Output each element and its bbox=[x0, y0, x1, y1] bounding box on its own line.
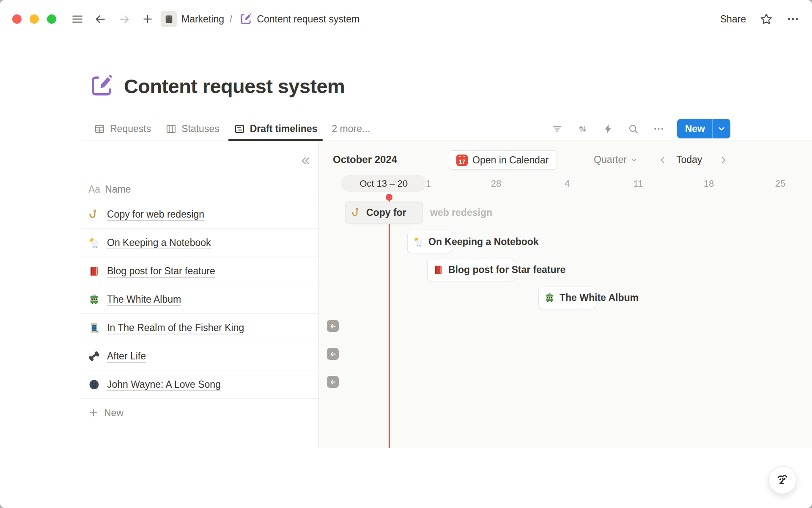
date-tick: 4 bbox=[565, 178, 570, 189]
breadcrumb-workspace-chip[interactable] bbox=[161, 11, 177, 27]
sun-rain-cloud-emoji-icon bbox=[413, 237, 424, 247]
forward-button[interactable] bbox=[118, 13, 130, 25]
next-period-icon[interactable] bbox=[719, 155, 728, 165]
timeline-zoom-select[interactable]: Quarter bbox=[594, 154, 639, 166]
new-button[interactable]: New bbox=[677, 119, 712, 138]
previous-period-icon[interactable] bbox=[658, 155, 667, 165]
filter-icon[interactable] bbox=[551, 123, 563, 135]
ai-face-icon bbox=[775, 472, 790, 488]
text-property-icon: Aa bbox=[88, 184, 100, 195]
arrow-left-icon bbox=[329, 351, 337, 358]
chevron-down-icon bbox=[630, 155, 639, 164]
automations-icon[interactable] bbox=[602, 123, 614, 135]
tab-label: 2 more... bbox=[332, 123, 370, 135]
window-titlebar: Marketing / Content request system Share bbox=[0, 0, 812, 38]
teamspace-icon bbox=[164, 14, 174, 25]
table-row[interactable]: Copy for web redesign bbox=[81, 200, 318, 229]
table-row[interactable]: The White Album bbox=[81, 285, 318, 314]
traffic-light-close[interactable] bbox=[12, 14, 22, 24]
breadcrumb: Marketing / Content request system bbox=[161, 11, 359, 27]
row-title[interactable]: The White Album bbox=[107, 294, 181, 305]
table-view-icon bbox=[94, 123, 105, 135]
timeline-bar[interactable]: The White Album bbox=[538, 287, 596, 309]
tab-statuses[interactable]: Statuses bbox=[165, 117, 219, 141]
tram-emoji-icon bbox=[88, 294, 100, 305]
hook-emoji-icon bbox=[351, 207, 362, 218]
search-icon[interactable] bbox=[628, 123, 639, 135]
timeline-bar[interactable]: On Keeping a Notebook bbox=[407, 231, 452, 253]
calendar-day: 17 bbox=[459, 158, 466, 166]
sidebar-menu-button[interactable] bbox=[71, 13, 84, 25]
new-dropdown-button[interactable] bbox=[713, 119, 730, 138]
scroll-to-bar-button[interactable] bbox=[327, 376, 339, 388]
page-icon[interactable] bbox=[89, 74, 114, 98]
arrow-right-icon bbox=[118, 13, 130, 25]
open-in-calendar-label: Open in Calendar bbox=[472, 155, 549, 166]
notion-window: Marketing / Content request system Share… bbox=[0, 0, 812, 508]
timeline-view-icon bbox=[234, 123, 245, 135]
phone-emoji-icon bbox=[88, 351, 100, 362]
page-title: Content request system bbox=[124, 75, 345, 98]
traffic-light-minimize[interactable] bbox=[30, 14, 39, 24]
tab-draft-timelines[interactable]: Draft timelines bbox=[234, 117, 318, 141]
timeline-bar[interactable]: Blog post for Star feature bbox=[427, 259, 515, 281]
tab-label: Draft timelines bbox=[250, 123, 318, 135]
row-title[interactable]: On Keeping a Notebook bbox=[107, 237, 211, 248]
add-row-button[interactable]: New bbox=[81, 399, 318, 427]
back-button[interactable] bbox=[94, 13, 107, 25]
breadcrumb-workspace[interactable]: Marketing bbox=[181, 14, 224, 25]
view-more-icon[interactable] bbox=[653, 123, 664, 135]
timeline-panel: October 2024 17 Open in Calendar Quarter… bbox=[318, 141, 812, 448]
table-row[interactable]: On Keeping a Notebook bbox=[81, 229, 318, 257]
date-tick: 28 bbox=[491, 178, 501, 189]
table-row[interactable]: After Life bbox=[81, 342, 318, 370]
timeline-bar[interactable]: Copy for bbox=[345, 202, 423, 224]
date-tick: 11 bbox=[634, 178, 643, 189]
new-page-button[interactable] bbox=[141, 13, 154, 25]
date-tick: 18 bbox=[704, 178, 714, 189]
open-in-calendar-button[interactable]: 17 Open in Calendar bbox=[448, 150, 557, 170]
tab-requests[interactable]: Requests bbox=[94, 117, 151, 141]
bar-title: On Keeping a Notebook bbox=[428, 236, 539, 248]
new-moon-face-emoji-icon bbox=[88, 379, 100, 390]
date-tick: 25 bbox=[775, 178, 785, 189]
today-button[interactable]: Today bbox=[676, 154, 702, 166]
table-row[interactable]: In The Realm of the Fisher King bbox=[81, 314, 318, 342]
column-header-name[interactable]: Aa Name bbox=[81, 179, 318, 200]
chevron-down-icon bbox=[717, 124, 726, 133]
page-edit-icon bbox=[239, 13, 252, 25]
timeline-bar-ghost-label: web redesign bbox=[430, 202, 492, 224]
sort-icon[interactable] bbox=[577, 123, 588, 135]
scroll-to-bar-button[interactable] bbox=[327, 348, 339, 360]
date-tick: 1 bbox=[426, 178, 431, 189]
row-title[interactable]: In The Realm of the Fisher King bbox=[107, 322, 244, 334]
tab-more-views[interactable]: 2 more... bbox=[332, 117, 370, 141]
table-row[interactable]: John Wayne: A Love Song bbox=[81, 370, 318, 399]
tab-label: Requests bbox=[110, 123, 151, 135]
page-header: Content request system bbox=[89, 74, 345, 98]
row-title[interactable]: After Life bbox=[107, 351, 146, 362]
plus-icon bbox=[142, 13, 154, 25]
breadcrumb-page[interactable]: Content request system bbox=[257, 14, 359, 25]
more-options-icon[interactable] bbox=[787, 13, 799, 25]
collapse-panel-icon[interactable] bbox=[299, 155, 312, 167]
tram-emoji-icon bbox=[544, 293, 555, 303]
favorite-star-icon[interactable] bbox=[760, 12, 773, 26]
traffic-light-zoom[interactable] bbox=[47, 14, 56, 24]
board-view-icon bbox=[165, 123, 177, 135]
date-range-pill[interactable]: Oct 13 – 20 bbox=[341, 175, 426, 192]
share-button[interactable]: Share bbox=[720, 14, 746, 25]
row-title[interactable]: John Wayne: A Love Song bbox=[107, 379, 221, 390]
hook-emoji-icon bbox=[88, 209, 100, 220]
bar-title: The White Album bbox=[560, 292, 639, 304]
bar-title: Copy for bbox=[366, 207, 406, 218]
row-title[interactable]: Blog post for Star feature bbox=[107, 265, 215, 277]
timeline-header-divider bbox=[319, 200, 812, 200]
row-title[interactable]: Copy for web redesign bbox=[107, 209, 204, 220]
arrow-left-icon bbox=[329, 323, 337, 330]
notion-ai-button[interactable] bbox=[768, 466, 796, 494]
titlebar-actions: Share bbox=[720, 12, 799, 26]
sun-rain-cloud-emoji-icon bbox=[88, 237, 100, 248]
table-row[interactable]: Blog post for Star feature bbox=[81, 257, 318, 285]
scroll-to-bar-button[interactable] bbox=[327, 320, 339, 332]
